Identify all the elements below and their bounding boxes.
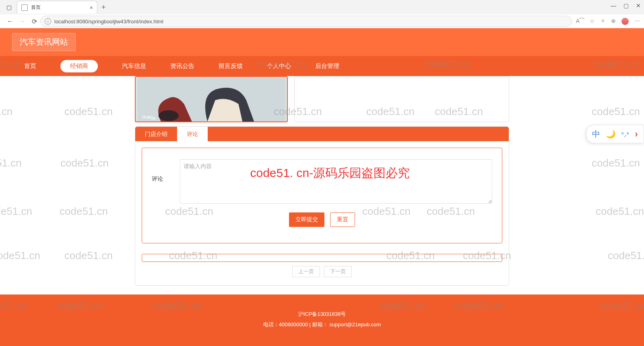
dealer-info-box bbox=[294, 76, 509, 122]
nav-admin[interactable]: 后台管理 bbox=[315, 62, 339, 70]
tab-intro[interactable]: 门店介绍 bbox=[135, 127, 177, 141]
browser-chrome: ▢ 首页 × + — ▢ ✕ ← → ⟳ i localhost:8080/sp… bbox=[0, 0, 644, 28]
browser-tab[interactable]: 首页 × bbox=[17, 1, 97, 14]
prev-page-button[interactable]: 上一页 bbox=[292, 266, 320, 277]
watermark: code51.cn bbox=[608, 249, 644, 262]
nav-home[interactable]: 首页 bbox=[24, 62, 36, 70]
window-controls: — ▢ ✕ bbox=[611, 2, 641, 9]
watermark: 1.cn bbox=[0, 105, 12, 118]
read-aloud-icon[interactable]: A⁀ bbox=[576, 18, 584, 25]
site-logo[interactable]: 汽车资讯网站 bbox=[12, 33, 76, 51]
lang-toggle[interactable]: 中 bbox=[592, 129, 600, 140]
url-field[interactable]: i localhost:8080/springbootjtw43/front/i… bbox=[40, 16, 572, 27]
site-footer: 沪ICP备13031638号 电话：4008000000 | 邮箱： suppo… bbox=[0, 295, 644, 346]
svg-text:mac: mac bbox=[142, 114, 153, 120]
comment-form: 评论 立即提交 重置 bbox=[142, 148, 502, 243]
illustration: mac bbox=[136, 77, 287, 122]
more-icon[interactable]: ⋯ bbox=[634, 18, 640, 25]
comment-form-area: 评论 立即提交 重置 bbox=[135, 141, 509, 250]
address-bar: ← → ⟳ i localhost:8080/springbootjtw43/f… bbox=[0, 14, 644, 28]
comments-list bbox=[142, 254, 502, 262]
url-text: localhost:8080/springbootjtw43/front/ind… bbox=[54, 19, 163, 25]
nav-feedback[interactable]: 留言反馈 bbox=[219, 62, 243, 70]
close-window-icon[interactable]: ✕ bbox=[636, 2, 641, 9]
submit-button[interactable]: 立即提交 bbox=[289, 212, 324, 227]
new-tab-button[interactable]: + bbox=[101, 3, 106, 12]
star-icon[interactable]: ☆ bbox=[590, 18, 595, 25]
svg-point-1 bbox=[159, 110, 179, 121]
form-row: 评论 bbox=[152, 159, 492, 204]
watermark: code51.cn bbox=[592, 157, 640, 169]
watermark: code51.cn bbox=[596, 205, 644, 218]
nav-dealer[interactable]: 经销商 bbox=[60, 60, 98, 72]
tab-group-icon[interactable]: ▢ bbox=[3, 2, 14, 13]
profile-avatar[interactable] bbox=[621, 18, 629, 25]
site-header: 汽车资讯网站 bbox=[0, 28, 644, 56]
chevron-right-icon[interactable]: › bbox=[635, 128, 638, 140]
favorites-icon[interactable]: ✧ bbox=[601, 18, 605, 25]
watermark: code51.cn bbox=[64, 249, 113, 262]
page-icon bbox=[21, 4, 28, 11]
nav-news[interactable]: 资讯公告 bbox=[170, 62, 194, 70]
minimize-icon[interactable]: — bbox=[611, 2, 616, 9]
close-icon[interactable]: × bbox=[90, 4, 93, 11]
collections-icon[interactable]: ⊕ bbox=[611, 18, 616, 25]
float-sidebar: 中 🌙 ᵒ⸝ᵒ › bbox=[586, 125, 644, 143]
comment-textarea[interactable] bbox=[180, 159, 492, 204]
maximize-icon[interactable]: ▢ bbox=[623, 2, 629, 9]
form-actions: 立即提交 重置 bbox=[152, 212, 492, 227]
watermark: code51.cn bbox=[60, 157, 109, 169]
dealer-image: mac bbox=[135, 76, 288, 122]
watermark: code51.cn bbox=[0, 205, 32, 218]
tabs-header: 门店介绍 评论 bbox=[135, 127, 509, 141]
watermark: code51.cn bbox=[592, 105, 640, 118]
forward-icon: → bbox=[16, 18, 28, 25]
main-nav: 首页 经销商 汽车信息 资讯公告 留言反馈 个人中心 后台管理 bbox=[0, 56, 644, 76]
reset-button[interactable]: 重置 bbox=[330, 212, 355, 227]
toolbar-actions: A⁀ ☆ ✧ ⊕ ⋯ bbox=[576, 18, 640, 25]
nav-car-info[interactable]: 汽车信息 bbox=[122, 62, 146, 70]
pagination: 上一页 下一页 bbox=[135, 266, 509, 277]
back-icon[interactable]: ← bbox=[4, 18, 16, 25]
watermark: code51.cn bbox=[0, 249, 40, 262]
moon-icon[interactable]: 🌙 bbox=[606, 129, 616, 139]
detail-row: mac bbox=[135, 76, 509, 122]
next-page-button[interactable]: 下一页 bbox=[324, 266, 352, 277]
tab-comments[interactable]: 评论 bbox=[177, 127, 208, 141]
site-info-icon[interactable]: i bbox=[45, 18, 51, 25]
glasses-icon[interactable]: ᵒ⸝ᵒ bbox=[621, 131, 629, 138]
content-container: mac 门店介绍 评论 评论 立即提交 重置 上一 bbox=[135, 76, 509, 286]
nav-profile[interactable]: 个人中心 bbox=[267, 62, 291, 70]
watermark: code51.cn bbox=[64, 105, 113, 118]
watermark: code51.cn bbox=[60, 205, 108, 218]
refresh-icon[interactable]: ⟳ bbox=[28, 18, 40, 25]
tabs-panel: 门店介绍 评论 评论 立即提交 重置 上一页 下一页 bbox=[135, 126, 509, 286]
tab-strip: ▢ 首页 × + — ▢ ✕ bbox=[0, 0, 644, 14]
comment-label: 评论 bbox=[152, 159, 172, 183]
watermark: 51.cn bbox=[0, 157, 22, 169]
footer-contact: 电话：4008000000 | 邮箱： support@21epub.com bbox=[0, 319, 644, 330]
tab-title: 首页 bbox=[31, 4, 90, 11]
footer-icp: 沪ICP备13031638号 bbox=[0, 309, 644, 319]
